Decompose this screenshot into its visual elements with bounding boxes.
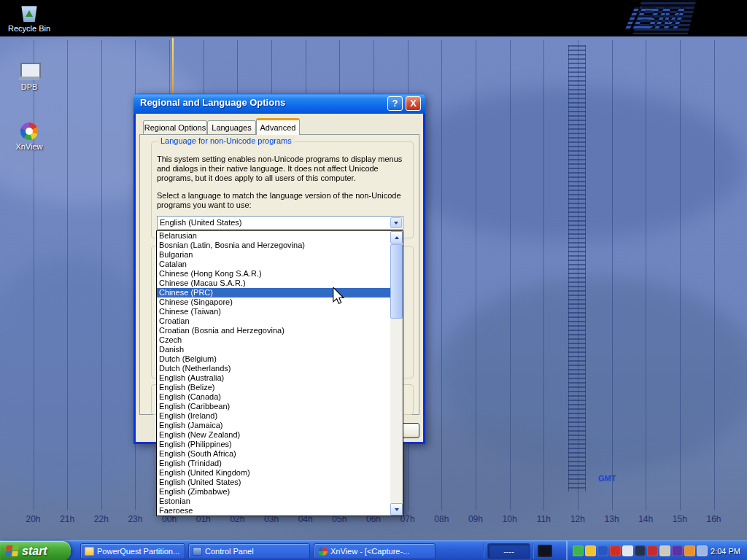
- dropdown-item[interactable]: Chinese (PRC): [157, 288, 390, 298]
- dropdown-item[interactable]: Catalan: [157, 260, 390, 269]
- description-text-1: This system setting enables non-Unicode …: [157, 155, 412, 183]
- tray-icon-1[interactable]: [573, 545, 584, 556]
- taskbar: start PowerQuest Partition...Control Pan…: [0, 540, 747, 560]
- meridian-line: [34, 40, 34, 510]
- hour-label: 10h: [503, 514, 517, 524]
- dropdown-item[interactable]: Croatian: [157, 316, 390, 326]
- tray-icon-7[interactable]: [647, 545, 658, 556]
- hour-label: 23h: [128, 514, 142, 524]
- hour-label: 16h: [706, 514, 721, 524]
- dropdown-item[interactable]: Chinese (Hong Kong S.A.R.): [157, 269, 390, 279]
- dropdown-item[interactable]: English (Australia): [157, 373, 390, 383]
- wallpaper-top-band: IBM IBM: [0, 0, 747, 36]
- dropdown-item[interactable]: English (Caribbean): [157, 402, 390, 411]
- hour-label: 13h: [605, 514, 619, 524]
- hour-label: 15h: [673, 514, 687, 524]
- hour-label: 14h: [638, 514, 653, 524]
- dropdown-item[interactable]: English (Philippines): [157, 440, 390, 449]
- taskbar-button[interactable]: ----: [487, 543, 530, 559]
- dropdown-item[interactable]: Faeroese: [157, 506, 390, 516]
- dialog-titlebar[interactable]: Regional and Language Options ? X: [133, 93, 425, 114]
- dropdown-item[interactable]: English (South Africa): [157, 449, 390, 459]
- arrow-up-icon: [395, 236, 399, 239]
- toolbar-app-icon[interactable]: [538, 545, 552, 557]
- language-combobox[interactable]: English (United States): [157, 216, 403, 230]
- tray-icon-2[interactable]: [585, 545, 596, 556]
- tab-advanced[interactable]: Advanced: [256, 118, 300, 135]
- dropdown-item[interactable]: English (Ireland): [157, 411, 390, 421]
- desktop: GMT 20h21h22h23h00h01h02h03h04h05h06h07h…: [0, 0, 747, 560]
- dropdown-item[interactable]: Chinese (Singapore): [157, 298, 390, 307]
- tray-icon-11[interactable]: [697, 545, 708, 556]
- mouse-cursor: [333, 287, 346, 309]
- dropdown-item[interactable]: English (United Kingdom): [157, 468, 390, 478]
- meridian-line: [510, 40, 511, 510]
- dropdown-item[interactable]: English (New Zealand): [157, 430, 390, 440]
- dropdown-item[interactable]: Dutch (Belgium): [157, 354, 390, 364]
- ibm-logo: IBM: [623, 0, 686, 36]
- meridian-line: [646, 40, 646, 510]
- desktop-icon-dpb[interactable]: DPB: [6, 63, 53, 91]
- dropdown-item[interactable]: Danish: [157, 345, 390, 354]
- system-tray: 2:04 PM: [566, 541, 747, 560]
- tray-icon-5[interactable]: [622, 545, 633, 556]
- start-button[interactable]: start: [0, 541, 71, 560]
- dropdown-item[interactable]: English (United States): [157, 478, 390, 487]
- dropdown-item[interactable]: Dutch (Netherlands): [157, 364, 390, 373]
- taskbar-clock[interactable]: 2:04 PM: [711, 547, 747, 556]
- xnview-icon: [20, 122, 38, 140]
- scroll-down-button[interactable]: [390, 503, 403, 516]
- taskbar-separator: [533, 543, 534, 559]
- windows-flag-icon: [5, 545, 19, 556]
- help-button[interactable]: ?: [387, 96, 403, 111]
- tray-icon-4[interactable]: [610, 545, 621, 556]
- meridian-line: [543, 40, 544, 510]
- tray-icon-6[interactable]: [635, 545, 646, 556]
- chevron-down-icon: [394, 222, 398, 225]
- dropdown-item[interactable]: Bulgarian: [157, 250, 390, 260]
- meridian-line: [441, 40, 442, 510]
- timezone-marker-line: [172, 38, 174, 96]
- tray-icon-3[interactable]: [597, 545, 608, 556]
- dropdown-item[interactable]: English (Trinidad): [157, 459, 390, 468]
- dropdown-item[interactable]: Chinese (Taiwan): [157, 307, 390, 316]
- hour-label: 11h: [537, 514, 551, 524]
- hour-label: 12h: [570, 514, 585, 524]
- tab-regional-options[interactable]: Regional Options: [143, 120, 207, 134]
- tray-icons: [573, 545, 708, 556]
- tray-icon-8[interactable]: [659, 545, 670, 556]
- dropdown-item[interactable]: Chinese (Macau S.A.R.): [157, 279, 390, 288]
- regional-language-options-dialog: Regional and Language Options ? X Region…: [133, 93, 425, 444]
- tray-icon-10[interactable]: [684, 545, 695, 556]
- meridian-line: [101, 40, 102, 510]
- dropdown-scrollbar[interactable]: [390, 231, 403, 516]
- scroll-up-button[interactable]: [390, 231, 403, 244]
- desktop-icon-label: Recycle Bin: [6, 24, 53, 33]
- dropdown-item[interactable]: English (Zimbabwe): [157, 487, 390, 497]
- laptop-icon: [19, 63, 39, 80]
- combobox-dropdown-arrow[interactable]: [390, 217, 402, 228]
- taskbar-button[interactable]: PowerQuest Partition...: [80, 543, 185, 559]
- taskbar-button[interactable]: XnView - [<Capture-...: [314, 543, 436, 559]
- desktop-icon-xnview[interactable]: XnView: [6, 122, 53, 151]
- tab-languages[interactable]: Languages: [207, 120, 256, 134]
- dropdown-item[interactable]: English (Canada): [157, 392, 390, 402]
- start-button-label: start: [22, 545, 47, 558]
- dropdown-item[interactable]: Belarusian: [157, 231, 390, 241]
- dropdown-item[interactable]: English (Jamaica): [157, 421, 390, 430]
- close-button[interactable]: X: [406, 96, 421, 111]
- dropdown-item[interactable]: Croatian (Bosnia and Herzegovina): [157, 326, 390, 335]
- dropdown-item[interactable]: Bosnian (Latin, Bosnia and Herzegovina): [157, 241, 390, 250]
- dropdown-item[interactable]: Czech: [157, 335, 390, 345]
- language-dropdown-list: BelarusianBosnian (Latin, Bosnia and Her…: [156, 230, 403, 516]
- dropdown-item[interactable]: English (Belize): [157, 383, 390, 392]
- taskbar-button[interactable]: Control Panel: [188, 543, 310, 559]
- scrollbar-thumb[interactable]: [390, 244, 403, 319]
- hour-label: 21h: [60, 514, 74, 524]
- tray-icon-9[interactable]: [672, 545, 683, 556]
- desktop-icon-recycle-bin[interactable]: Recycle Bin: [6, 4, 53, 33]
- dialog-title: Regional and Language Options: [140, 97, 285, 108]
- combobox-value: English (United States): [160, 218, 242, 227]
- meridian-line: [67, 40, 68, 510]
- dropdown-item[interactable]: Estonian: [157, 497, 390, 506]
